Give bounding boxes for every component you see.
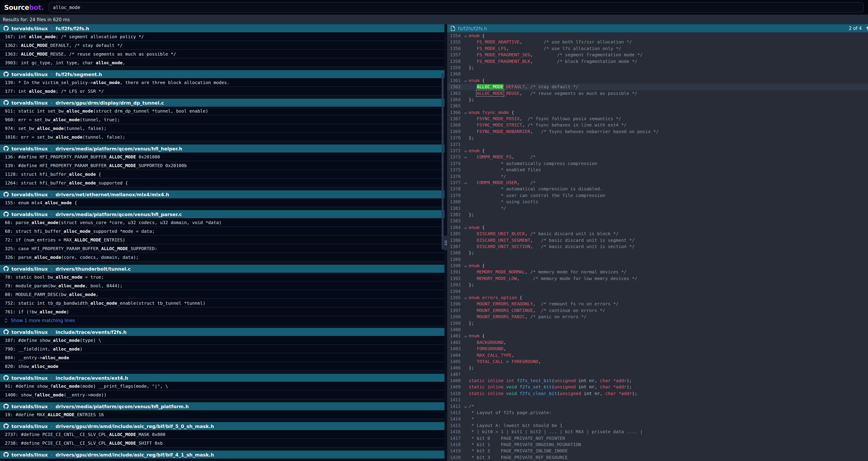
match-line[interactable]: 761: if (!bw_alloc_mode): [0, 308, 444, 316]
code-token: [469, 352, 477, 358]
code-token: * automatically compress compression: [469, 161, 597, 166]
code-line: 1377 COMPR_MODE_USER, /*: [447, 180, 868, 186]
match-line[interactable]: 19: #define MAX_ALLOC_MODE_ENTRIES 16: [0, 410, 444, 419]
file-header[interactable]: torvalds/linux·include/trace/events/f2fs…: [0, 328, 444, 336]
file-header[interactable]: torvalds/linux·drivers/media/platform/qc…: [0, 210, 444, 218]
file-header[interactable]: torvalds/linux·drivers/media/platform/qc…: [0, 402, 444, 410]
match-context: 1400: show_f: [5, 392, 37, 397]
match-line[interactable]: 2738: #define PCIE_CI_CNTL__CI_SLV_CPL_A…: [0, 439, 444, 448]
match-line[interactable]: 107: #define show_alloc_mode(type) \: [0, 336, 444, 345]
code-token: /* memory mode for normal devices */: [530, 269, 626, 275]
match-line[interactable]: 1362: ALLOC_MODE_DEFAULT, /* stay defaul…: [0, 41, 444, 50]
code-token: ,: [522, 122, 528, 128]
match-line[interactable]: 177: int alloc_mode; /* LFS or SSR */: [0, 87, 444, 95]
code-token: *addr: [613, 378, 626, 383]
fold-chevron-icon[interactable]: [463, 403, 469, 410]
file-header[interactable]: torvalds/linux·drivers/thunderbolt/tunne…: [0, 265, 444, 273]
file-header[interactable]: torvalds/linux·drivers/gpu/drm/display/d…: [0, 99, 444, 107]
match-line[interactable]: 960: err = set_bw_alloc_mode(tunnel, tru…: [0, 115, 444, 124]
line-number: 1365: [447, 103, 463, 109]
line-number: 1388: [447, 250, 463, 256]
file-header[interactable]: torvalds/linux·drivers/net/ethernet/mell…: [0, 191, 444, 198]
match-line[interactable]: 911: static int set_bw_alloc_mode(struct…: [0, 107, 444, 115]
fold-chevron-icon[interactable]: [463, 333, 469, 339]
fold-chevron-icon[interactable]: [463, 77, 469, 84]
match-line[interactable]: 139: #define HFI_PROPERTY_PARAM_BUFFER_A…: [0, 161, 444, 170]
fold-chevron-icon[interactable]: [463, 180, 469, 186]
file-header[interactable]: torvalds/linux·drivers/gpu/drm/amd/inclu…: [0, 422, 444, 430]
file-header[interactable]: torvalds/linux·fs/f2fs/segment.h: [0, 70, 444, 78]
match-line[interactable]: 136: #define HFI_PROPERTY_PARAM_BUFFER_A…: [0, 152, 444, 161]
match-line[interactable]: 72: if (num_entries > MAX_ALLOC_MODE_ENT…: [0, 235, 444, 244]
match-line[interactable]: 91: #define show_falloc_mode(mode) __pri…: [0, 382, 444, 391]
path-separator: ·: [51, 452, 53, 457]
match-line[interactable]: 1363: ALLOC_MODE_REUSE, /* reuse segment…: [0, 50, 444, 58]
file-header[interactable]: torvalds/linux·drivers/media/platform/qc…: [0, 145, 444, 152]
match-line[interactable]: 78: static bool bw_alloc_mode = true;: [0, 273, 444, 281]
match-line[interactable]: 2737: #define PCIE_CI_CNTL__CI_SLV_CPL_A…: [0, 430, 444, 439]
match-term: alloc_mode: [32, 364, 58, 369]
previous-match-button[interactable]: [865, 26, 868, 31]
file-header[interactable]: torvalds/linux·include/trace/events/ext4…: [0, 374, 444, 382]
match-line[interactable]: 974: set_bw_alloc_mode(tunnel, false);: [0, 124, 444, 133]
code-text: COMPR_MODE_FS, /*: [469, 154, 868, 161]
match-line[interactable]: 167: int alloc_mode; /* segment allocati…: [0, 32, 444, 41]
match-term: alloc_mode: [56, 134, 83, 140]
match-line[interactable]: 1016: err = set_bw_alloc_mode(tunnel, fa…: [0, 133, 444, 141]
match-line[interactable]: 790: __field(int, alloc_mode): [0, 345, 444, 353]
github-icon: [3, 71, 9, 77]
code-text: FOREGROUND,: [469, 346, 868, 352]
fold-chevron-icon[interactable]: [463, 109, 469, 116]
code-token: [469, 301, 477, 307]
code-line: 1354enum {: [447, 33, 868, 39]
fold-chevron-icon[interactable]: [463, 263, 469, 269]
code-token: * | bit0 = 1 | bit1 | bit2 | ... | bit M…: [469, 429, 643, 434]
match-line[interactable]: 804: __entry->alloc_mode: [0, 353, 444, 362]
fold-gutter: [463, 269, 469, 276]
preview-file-name[interactable]: fs/f2fs/f2fs.h: [458, 26, 487, 31]
show-more-matches-link[interactable]: Show 1 more matching lines: [0, 316, 444, 325]
match-line[interactable]: 2151: #define PCIE_CI_CNTL__CI_SLV_CPL_A…: [0, 459, 444, 461]
match-line[interactable]: 1400: show_falloc_mode(__entry->mode)): [0, 391, 444, 399]
fold-gutter: [463, 84, 469, 90]
match-line[interactable]: 68: struct hfi_buffer_alloc_mode_support…: [0, 227, 444, 235]
fold-chevron-icon[interactable]: [463, 224, 469, 231]
match-line[interactable]: 325: case HFI_PROPERTY_PARAM_BUFFER_ALLO…: [0, 244, 444, 253]
fold-chevron-icon[interactable]: [463, 148, 469, 154]
panel-resize-handle[interactable]: [443, 235, 449, 250]
match-line[interactable]: 80: MODULE_PARM_DESC(bw_alloc_mode,: [0, 290, 444, 299]
code-text: };: [469, 282, 868, 288]
code-line: 1393};: [447, 282, 868, 288]
line-number: 1361: [447, 77, 463, 84]
results-scrollbar-thumb[interactable]: [442, 73, 444, 250]
match-context: _SUPPORTED 0x20100b: [136, 163, 187, 168]
code-text: DISCARD_UNIT_BLOCK, /* basic discard uni…: [469, 231, 868, 237]
match-line[interactable]: 820: show_alloc_mode: [0, 362, 444, 371]
match-line[interactable]: 326: parse_alloc_mode(core, codecs, doma…: [0, 253, 444, 262]
fold-chevron-icon[interactable]: [463, 295, 469, 301]
fold-gutter: [463, 320, 469, 326]
match-line[interactable]: 1128: struct hfi_buffer_alloc_mode {: [0, 170, 444, 178]
search-input[interactable]: [49, 2, 864, 12]
match-line[interactable]: 139: * In the victim_sel_policy->alloc_m…: [0, 78, 444, 87]
match-context: 79: module_param(bw_: [5, 283, 58, 288]
file-header[interactable]: torvalds/linux·fs/f2fs/f2fs.h: [0, 24, 444, 32]
match-line[interactable]: 3903: int gc_type, int type, char alloc_…: [0, 58, 444, 67]
match-line[interactable]: 79: module_param(bw_alloc_mode, bool, 04…: [0, 281, 444, 290]
file-header[interactable]: torvalds/linux·drivers/gpu/drm/amd/inclu…: [0, 451, 444, 459]
fold-chevron-icon[interactable]: [463, 154, 469, 161]
code-token: MOUNT_ERRORS_PANIC: [477, 314, 525, 319]
match-line[interactable]: 155: enum mlx4_alloc_mode {: [0, 198, 444, 207]
file-path: drivers/media/platform/qcom/venus/hfi_pl…: [56, 404, 189, 409]
github-icon: [3, 266, 9, 271]
match-line[interactable]: 66: parse_alloc_mode(struct venus_core *…: [0, 218, 444, 227]
fold-chevron-icon[interactable]: [463, 33, 469, 39]
results-list: torvalds/linux·fs/f2fs/f2fs.h167: int al…: [0, 24, 444, 461]
code-token: enum: [469, 225, 479, 230]
code-text: enum {: [469, 333, 868, 339]
match-line[interactable]: 752: static int tb_dp_bandwidth_alloc_mo…: [0, 299, 444, 308]
match-line[interactable]: 1264: struct hfi_buffer_alloc_mode_suppo…: [0, 178, 444, 187]
app-logo[interactable]: Sourcebot.: [4, 3, 44, 11]
fold-gutter: [463, 282, 469, 288]
code-token: [611, 378, 613, 383]
